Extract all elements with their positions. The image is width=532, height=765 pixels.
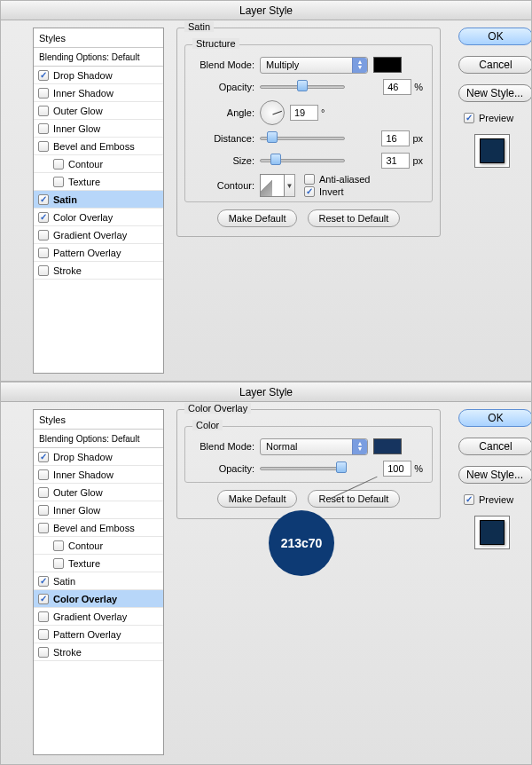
side-buttons: OK Cancel New Style... Preview xyxy=(458,28,532,168)
style-checkbox[interactable] xyxy=(38,265,49,276)
style-checkbox[interactable] xyxy=(38,194,49,205)
style-label: Inner Glow xyxy=(53,123,100,134)
style-row-inner-glow[interactable]: Inner Glow xyxy=(34,120,163,138)
style-checkbox[interactable] xyxy=(38,106,49,116)
angle-input[interactable]: 19 xyxy=(290,105,318,121)
style-row-bevel-and-emboss[interactable]: Bevel and Emboss xyxy=(34,519,163,537)
blending-options-row[interactable]: Blending Options: Default xyxy=(34,430,163,448)
cancel-button[interactable]: Cancel xyxy=(458,56,532,74)
style-checkbox[interactable] xyxy=(38,212,49,223)
style-row-texture[interactable]: Texture xyxy=(34,555,163,572)
style-checkbox[interactable] xyxy=(53,159,64,170)
style-row-contour[interactable]: Contour xyxy=(34,155,163,173)
make-default-button[interactable]: Make Default xyxy=(217,490,298,508)
layer-style-dialog-color-overlay: Layer Style Styles Blending Options: Def… xyxy=(0,382,532,765)
contour-label: Contour: xyxy=(194,180,254,191)
hex-callout: 213c70 xyxy=(269,510,334,576)
distance-input[interactable]: 16 xyxy=(381,130,410,146)
style-row-texture[interactable]: Texture xyxy=(34,173,163,191)
style-row-gradient-overlay[interactable]: Gradient Overlay xyxy=(34,226,163,244)
style-checkbox[interactable] xyxy=(38,88,49,99)
style-checkbox[interactable] xyxy=(38,505,49,516)
section-title: Satin xyxy=(184,21,214,32)
invert-checkbox[interactable] xyxy=(304,186,315,197)
style-checkbox[interactable] xyxy=(38,576,49,587)
style-checkbox[interactable] xyxy=(38,141,49,152)
style-row-color-overlay[interactable]: Color Overlay xyxy=(34,590,163,608)
style-row-pattern-overlay[interactable]: Pattern Overlay xyxy=(34,244,163,262)
size-slider[interactable] xyxy=(260,154,378,168)
styles-header[interactable]: Styles xyxy=(34,410,163,430)
style-row-inner-glow[interactable]: Inner Glow xyxy=(34,501,163,519)
style-label: Outer Glow xyxy=(53,487,103,498)
antialiased-checkbox[interactable] xyxy=(304,174,315,185)
style-row-color-overlay[interactable]: Color Overlay xyxy=(34,209,163,226)
style-row-satin[interactable]: Satin xyxy=(34,572,163,590)
ok-button[interactable]: OK xyxy=(458,28,532,45)
styles-header[interactable]: Styles xyxy=(34,28,163,48)
style-row-outer-glow[interactable]: Outer Glow xyxy=(34,484,163,501)
style-label: Inner Glow xyxy=(53,505,100,516)
style-checkbox[interactable] xyxy=(38,123,49,134)
opacity-label: Opacity: xyxy=(194,82,254,92)
reset-default-button[interactable]: Reset to Default xyxy=(308,209,401,227)
reset-default-button[interactable]: Reset to Default xyxy=(308,490,401,508)
overlay-color-swatch[interactable] xyxy=(373,438,402,454)
style-checkbox[interactable] xyxy=(38,452,49,462)
opacity-slider[interactable] xyxy=(260,80,379,94)
style-row-gradient-overlay[interactable]: Gradient Overlay xyxy=(34,608,163,626)
distance-slider[interactable] xyxy=(260,131,378,146)
style-checkbox[interactable] xyxy=(38,230,49,241)
style-checkbox[interactable] xyxy=(38,523,49,533)
new-style-button[interactable]: New Style... xyxy=(458,84,532,102)
blend-color-swatch[interactable] xyxy=(373,57,402,73)
ok-button[interactable]: OK xyxy=(458,409,532,427)
blend-mode-select[interactable]: Normal ▲▼ xyxy=(260,438,368,455)
styles-panel: Styles Blending Options: Default Drop Sh… xyxy=(33,28,164,374)
size-input[interactable]: 31 xyxy=(381,153,410,169)
angle-dial[interactable] xyxy=(260,100,285,125)
style-checkbox[interactable] xyxy=(53,177,64,187)
opacity-input[interactable]: 100 xyxy=(383,461,411,477)
style-checkbox[interactable] xyxy=(53,558,64,569)
new-style-button[interactable]: New Style... xyxy=(458,466,532,484)
style-checkbox[interactable] xyxy=(53,540,64,551)
style-row-pattern-overlay[interactable]: Pattern Overlay xyxy=(34,626,163,643)
style-checkbox[interactable] xyxy=(38,629,49,640)
style-checkbox[interactable] xyxy=(38,469,49,480)
dialog-title: Layer Style xyxy=(1,1,531,20)
select-arrows-icon: ▲▼ xyxy=(352,58,367,73)
blend-mode-select[interactable]: Multiply ▲▼ xyxy=(260,57,368,74)
preview-swatch xyxy=(474,134,510,168)
style-row-contour[interactable]: Contour xyxy=(34,537,163,555)
contour-picker[interactable] xyxy=(260,174,285,197)
style-checkbox[interactable] xyxy=(38,487,49,498)
style-row-outer-glow[interactable]: Outer Glow xyxy=(34,102,163,120)
style-row-drop-shadow[interactable]: Drop Shadow xyxy=(34,448,163,466)
style-row-drop-shadow[interactable]: Drop Shadow xyxy=(34,67,163,84)
style-checkbox[interactable] xyxy=(38,611,49,622)
opacity-input[interactable]: 46 xyxy=(383,79,411,95)
style-row-stroke[interactable]: Stroke xyxy=(34,643,163,661)
contour-dropdown-icon[interactable]: ▼ xyxy=(285,174,295,197)
blending-options-row[interactable]: Blending Options: Default xyxy=(34,48,163,67)
style-row-satin[interactable]: Satin xyxy=(34,191,163,209)
style-checkbox[interactable] xyxy=(38,647,49,658)
style-row-inner-shadow[interactable]: Inner Shadow xyxy=(34,84,163,102)
preview-checkbox[interactable] xyxy=(464,113,474,123)
style-row-stroke[interactable]: Stroke xyxy=(34,262,163,280)
style-label: Color Overlay xyxy=(53,212,113,223)
style-checkbox[interactable] xyxy=(38,70,49,81)
style-row-inner-shadow[interactable]: Inner Shadow xyxy=(34,466,163,484)
opacity-slider[interactable] xyxy=(260,461,379,476)
style-label: Texture xyxy=(68,177,100,187)
cancel-button[interactable]: Cancel xyxy=(458,438,532,455)
style-checkbox[interactable] xyxy=(38,594,49,604)
make-default-button[interactable]: Make Default xyxy=(217,209,298,227)
style-row-bevel-and-emboss[interactable]: Bevel and Emboss xyxy=(34,138,163,155)
style-checkbox[interactable] xyxy=(38,248,49,258)
section-title: Color Overlay xyxy=(184,403,251,414)
preview-checkbox[interactable] xyxy=(464,494,474,505)
dialog-title: Layer Style xyxy=(1,382,531,402)
select-arrows-icon: ▲▼ xyxy=(352,439,367,454)
